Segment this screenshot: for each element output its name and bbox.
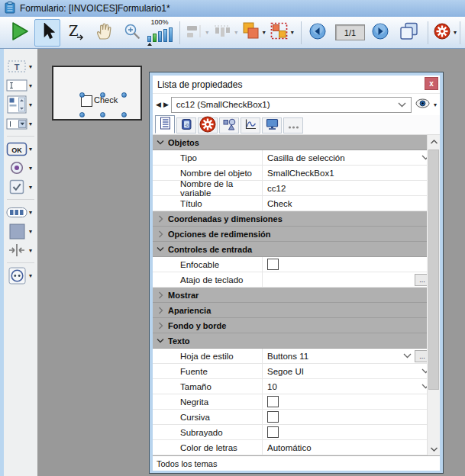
section-header-texto[interactable]: Texto [153, 333, 433, 349]
prev-object-button[interactable]: ◀ [156, 101, 161, 108]
chevron-down-icon[interactable] [398, 100, 406, 109]
splitter-tool[interactable]: ▾ [6, 241, 37, 259]
panel-tool[interactable]: ▾ [6, 222, 37, 240]
checkbox-control[interactable]: Check [53, 67, 140, 119]
expand-icon[interactable] [153, 215, 168, 223]
tab-curves[interactable] [241, 117, 260, 133]
section-header-fondo-y-borde[interactable]: Fondo y borde [153, 318, 433, 333]
property-value[interactable]: cc12 [267, 184, 430, 193]
arrange-button[interactable]: ▾ [241, 19, 266, 47]
property-value[interactable]: Segoe UI [267, 367, 418, 376]
selection-handle[interactable] [100, 112, 105, 117]
chevron-down-icon[interactable] [403, 353, 412, 359]
form-surface[interactable]: Check [52, 66, 142, 121]
selection-handle[interactable] [121, 112, 127, 117]
chevron-down-icon[interactable]: ▾ [29, 209, 32, 216]
distribute-button[interactable]: ▾ [212, 19, 238, 47]
scroll-down-icon[interactable] [428, 442, 440, 455]
tab-properties[interactable] [155, 115, 175, 133]
pan-tool-button[interactable] [91, 19, 117, 47]
chevron-down-icon[interactable]: ▾ [29, 184, 32, 191]
section-header-coordenadas-y-dimensiones[interactable]: Coordenadas y dimensiones [153, 211, 433, 227]
zoom-tool-button[interactable] [119, 19, 145, 47]
chevron-down-icon[interactable]: ▾ [29, 165, 32, 172]
section-header-objetos[interactable]: Objetos [153, 135, 433, 150]
tab-more[interactable] [283, 117, 303, 133]
properties-panel-titlebar[interactable]: Lista de propiedades x [153, 76, 440, 94]
chevron-down-icon[interactable]: ▾ [29, 121, 32, 127]
palette-separator [7, 262, 34, 263]
chevron-down-icon[interactable]: ▾ [29, 247, 32, 254]
section-header-controles-de-entrada[interactable]: Controles de entrada [153, 242, 433, 257]
scrollbar-thumb[interactable] [428, 150, 439, 390]
radio-tool[interactable]: ▾ [6, 159, 37, 177]
prev-page-button[interactable] [305, 19, 331, 47]
listbox-tool[interactable]: ▾ [6, 95, 37, 114]
button-tool[interactable]: OK▾ [6, 140, 37, 158]
chevron-down-icon[interactable]: ▾ [29, 146, 32, 153]
property-value[interactable]: Buttons 11 [267, 352, 400, 361]
close-icon[interactable]: x [425, 77, 438, 90]
tab-data[interactable]: -0 [176, 117, 196, 133]
select-tool-button[interactable] [34, 19, 60, 47]
section-header-opciones-de-redimension[interactable]: Opciones de redimensión [153, 227, 433, 242]
chevron-down-icon[interactable]: ▾ [29, 272, 32, 279]
align-button[interactable]: ▾ [184, 19, 210, 47]
property-value[interactable]: Check [267, 199, 430, 208]
checkbox-unchecked[interactable] [267, 426, 279, 438]
property-value[interactable]: 10 [267, 382, 418, 391]
chevron-down-icon[interactable]: ▾ [29, 228, 32, 235]
selection-handle[interactable] [79, 112, 85, 117]
run-button[interactable] [6, 19, 32, 47]
collapse-icon[interactable] [153, 338, 168, 343]
selection-handle[interactable] [100, 92, 105, 98]
tab-order-button[interactable]: Z [63, 19, 89, 47]
object-selector-combobox[interactable]: cc12 (SmallCheckBox1) [171, 97, 412, 113]
tab-display[interactable] [262, 117, 282, 133]
selection-handle[interactable] [121, 92, 127, 98]
expand-icon[interactable] [153, 230, 168, 238]
tab-settings[interactable] [198, 117, 218, 133]
combobox-tool[interactable]: ▾ [6, 114, 37, 133]
chevron-down-icon[interactable]: ▾ [205, 29, 208, 36]
progressbar-tool[interactable]: ▾ [6, 203, 37, 221]
checkbox-unchecked[interactable] [267, 411, 279, 423]
chevron-down-icon[interactable]: ▾ [29, 63, 32, 70]
dial-tool[interactable]: ▾ [6, 266, 37, 285]
visibility-button[interactable]: ▾ [415, 98, 437, 111]
scroll-up-icon[interactable] [428, 135, 440, 148]
selection-handle[interactable] [79, 92, 85, 98]
expand-icon[interactable] [153, 322, 168, 330]
section-header-apariencia[interactable]: Apariencia [153, 303, 433, 318]
scrollbar[interactable] [427, 135, 440, 455]
checkbox-unchecked[interactable] [267, 259, 279, 270]
tab-objects[interactable] [219, 117, 239, 133]
design-canvas[interactable]: Check Lista de propiedades x ◀ ▶ cc12 (S… [37, 49, 465, 476]
textbox-tool[interactable]: ▾ [6, 76, 37, 95]
checkbox-tool[interactable]: ▾ [6, 178, 37, 196]
collapse-icon[interactable] [153, 140, 168, 145]
label-tool[interactable]: T▾ [6, 57, 37, 76]
next-page-button[interactable] [367, 19, 393, 47]
app-icon [5, 2, 15, 16]
chevron-down-icon[interactable]: ▾ [29, 101, 32, 108]
selection-options-button[interactable]: ▾ [269, 19, 295, 47]
pages-button[interactable] [396, 19, 421, 47]
collapse-icon[interactable] [153, 246, 168, 252]
expand-icon[interactable] [153, 307, 168, 314]
chevron-down-icon[interactable]: ▾ [454, 29, 457, 36]
chevron-down-icon[interactable]: ▾ [291, 29, 294, 36]
property-label: Atajo de teclado [153, 272, 263, 287]
property-value[interactable]: SmallCheckBox1 [267, 169, 430, 178]
chevron-down-icon[interactable]: ▾ [234, 29, 237, 36]
checkbox-unchecked[interactable] [267, 396, 279, 407]
section-header-mostrar[interactable]: Mostrar [153, 288, 433, 303]
expand-icon[interactable] [153, 291, 168, 299]
chevron-down-icon[interactable]: ▾ [263, 29, 266, 36]
property-value[interactable]: Casilla de selección [267, 153, 418, 162]
chevron-down-icon[interactable]: ▾ [29, 82, 32, 89]
property-value[interactable]: Automático [267, 443, 430, 452]
settings-button[interactable]: ▾ [431, 19, 457, 47]
next-object-button[interactable]: ▶ [163, 101, 169, 108]
zoom-level-indicator[interactable]: 100% [147, 19, 173, 47]
